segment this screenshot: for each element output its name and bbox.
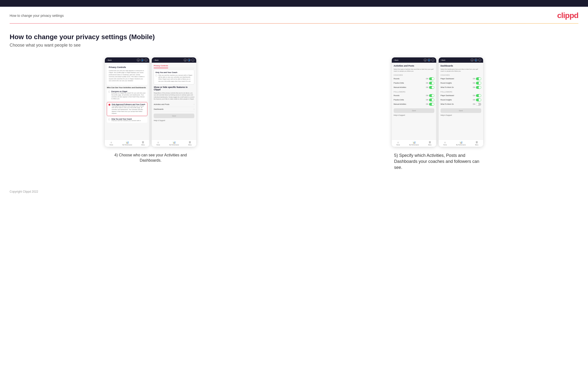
search-icon-2[interactable]: ☌: [184, 58, 187, 61]
people-icon[interactable]: 👤: [141, 58, 144, 61]
phone-4-nav: ⌂ Home 📊 My Performance ☰ Menu: [439, 140, 483, 147]
tab-privacy-controls[interactable]: Privacy Controls: [154, 65, 168, 68]
nav-home-2[interactable]: ⌂ Home: [156, 141, 160, 146]
caption-1: 4) Choose who can see your Activities an…: [107, 152, 194, 163]
back-button-4[interactable]: ‹ Back: [441, 59, 445, 61]
toggle-round-insights-coaches[interactable]: Round Insights ON: [441, 81, 481, 85]
coaches-label-4: COACHES: [441, 74, 481, 76]
toggle-round-insights-followers-switch[interactable]: [476, 99, 481, 101]
toggle-rounds-followers-switch[interactable]: [429, 94, 434, 97]
toggle-manual-coaches[interactable]: Manual Activities ON: [394, 85, 434, 90]
radio-only-you[interactable]: Only You and Your Coach Only you and the…: [107, 117, 147, 123]
performance-icon-4: 📊: [459, 141, 462, 144]
toggle-practice-followers[interactable]: Practice Drills ON: [394, 98, 434, 102]
radio-dot-everyone: [108, 91, 110, 93]
nav-performance-2[interactable]: 📊 My Performance: [169, 141, 179, 146]
back-button-1[interactable]: ‹ Back: [107, 59, 112, 61]
radio-text-everyone: Everyone on Clippd Everyone on Clippd ca…: [111, 91, 146, 100]
nav-menu-2[interactable]: ☰ Menu: [188, 141, 192, 146]
show-hide-title: Show or hide specific features in Clippd: [154, 86, 194, 91]
toggle-round-insights-coaches-switch[interactable]: [476, 82, 481, 84]
show-hide-desc: Regardless of the privacy controls that …: [154, 92, 194, 100]
back-button-3[interactable]: ‹ Back: [394, 59, 398, 61]
toggle-rounds-coaches-switch[interactable]: [429, 77, 434, 80]
radio-text-only-you: Only You and Your Coach Only you and the…: [111, 118, 141, 122]
popup-desc: Only you and the coaches you connect wit…: [158, 74, 193, 82]
tab-bar-2: Privacy Controls: [154, 65, 194, 68]
toggle-practice-coaches-switch[interactable]: [429, 82, 434, 84]
menu-icon-2: ☰: [189, 141, 191, 144]
home-icon: ⌂: [111, 141, 112, 144]
toggle-player-dash-followers-switch[interactable]: [476, 94, 481, 97]
copyright: Copyright Clippd 2022: [10, 190, 38, 193]
toggle-what-to-work-coaches[interactable]: What To Work On ON: [441, 85, 481, 90]
menu-dashboards[interactable]: Dashboards ›: [154, 107, 194, 112]
toggle-player-dash-followers[interactable]: Player Dashboard ON: [441, 93, 481, 98]
toggle-practice-coaches[interactable]: Practice Drills ON: [394, 81, 434, 85]
toggle-what-to-work-followers[interactable]: What To Work On ON: [441, 102, 481, 106]
radio-everyone[interactable]: Everyone on Clippd Everyone on Clippd ca…: [107, 89, 147, 101]
toggle-manual-followers[interactable]: Manual Activities ON: [394, 102, 434, 106]
back-button-2[interactable]: ‹ Back: [154, 59, 158, 61]
nav-home-3[interactable]: ⌂ Home: [396, 141, 400, 146]
more-icon-3[interactable]: ⋯: [432, 58, 434, 61]
header-title: How to change your privacy settings: [10, 14, 64, 17]
more-icon-2[interactable]: ⋯: [191, 58, 194, 61]
help-support-3: Help & Support: [394, 114, 434, 116]
menu-activities[interactable]: Activities and Posts ›: [154, 102, 194, 107]
phone-3-header: ‹ Back ☌ 👤 ⋯: [392, 57, 436, 63]
toggle-player-dash-coaches-switch[interactable]: [476, 77, 481, 80]
toggle-manual-coaches-switch[interactable]: [429, 86, 434, 89]
nav-home-4[interactable]: ⌂ Home: [443, 141, 447, 146]
nav-menu-4[interactable]: ☰ Menu: [475, 141, 479, 146]
search-icon-4[interactable]: ☌: [471, 58, 474, 61]
nav-performance-3[interactable]: 📊 My Performance: [409, 141, 419, 146]
screenshot-pair-2: ‹ Back ☌ 👤 ⋯ Activities and Posts Select…: [392, 57, 483, 147]
radio-approved[interactable]: Only Approved Followers and Your Coach O…: [107, 102, 147, 116]
phone-3-body: Activities and Posts Select the types of…: [392, 63, 436, 140]
footer: Copyright Clippd 2022: [0, 185, 588, 198]
page-subheading: Choose what you want people to see: [10, 43, 578, 48]
search-icon-3[interactable]: ☌: [424, 58, 427, 61]
toggle-rounds-followers[interactable]: Rounds ON: [394, 93, 434, 98]
people-icon-3[interactable]: 👤: [428, 58, 431, 61]
screenshot-group-1: ‹ Back ☌ 👤 ⋯ Privacy Controls Control ho…: [10, 57, 292, 163]
nav-performance-4[interactable]: 📊 My Performance: [456, 141, 466, 146]
nav-menu-3[interactable]: ☰ Menu: [428, 141, 432, 146]
toggle-manual-followers-switch[interactable]: [429, 103, 434, 106]
who-can-see-label: Who Can See Your Activities and Dashboar…: [107, 86, 147, 89]
save-button-4[interactable]: Save: [441, 108, 481, 113]
header-icons-3: ☌ 👤 ⋯: [424, 58, 434, 61]
phone-3: ‹ Back ☌ 👤 ⋯ Activities and Posts Select…: [392, 57, 436, 147]
phone-4-header: ‹ Back ☌ 👤 ⋯: [439, 57, 483, 63]
toggle-practice-followers-switch[interactable]: [429, 99, 434, 101]
header-icons-2: ☌ 👤 ⋯: [184, 58, 194, 61]
search-icon[interactable]: ☌: [137, 58, 140, 61]
toggle-rounds-coaches[interactable]: Rounds ON: [394, 77, 434, 81]
people-icon-4[interactable]: 👤: [475, 58, 477, 61]
privacy-controls-title: Privacy Controls: [109, 66, 146, 68]
toggle-player-dash-coaches[interactable]: Player Dashboard ON: [441, 77, 481, 81]
caption-2: 5) Specify which Activities, Posts and D…: [394, 152, 481, 171]
nav-home-1[interactable]: ⌂ Home: [110, 141, 113, 146]
screenshots-row: ‹ Back ☌ 👤 ⋯ Privacy Controls Control ho…: [10, 57, 578, 171]
toggle-what-to-work-followers-switch[interactable]: [476, 103, 481, 106]
popup-title: Only You and Your Coach: [155, 71, 193, 74]
dashboards-desc: Select the dashboards that you'd like to…: [441, 68, 481, 72]
toggle-round-insights-followers[interactable]: Round Insights ON: [441, 98, 481, 102]
people-icon-2[interactable]: 👤: [188, 58, 190, 61]
nav-menu-1[interactable]: ☰ Menu: [141, 141, 145, 146]
toggle-what-to-work-coaches-switch[interactable]: [476, 86, 481, 89]
save-button-2[interactable]: Save: [154, 114, 194, 118]
phone-4-body: Dashboards Select the dashboards that yo…: [439, 63, 483, 140]
coaches-label-3: COACHES: [394, 74, 434, 76]
nav-performance-1[interactable]: 📊 My Performance: [122, 141, 132, 146]
more-icon[interactable]: ⋯: [145, 58, 147, 61]
more-icon-4[interactable]: ⋯: [478, 58, 481, 61]
save-button-3[interactable]: Save: [394, 108, 434, 113]
privacy-desc: Control how you and your data appears to…: [109, 70, 146, 82]
radio-dot-approved: [108, 104, 110, 106]
phone-2: ‹ Back ☌ 👤 ⋯ Privacy Controls: [152, 57, 196, 147]
privacy-controls-box: Privacy Controls Control how you and you…: [107, 65, 147, 85]
radio-text-approved: Only Approved Followers and Your Coach O…: [112, 103, 146, 115]
